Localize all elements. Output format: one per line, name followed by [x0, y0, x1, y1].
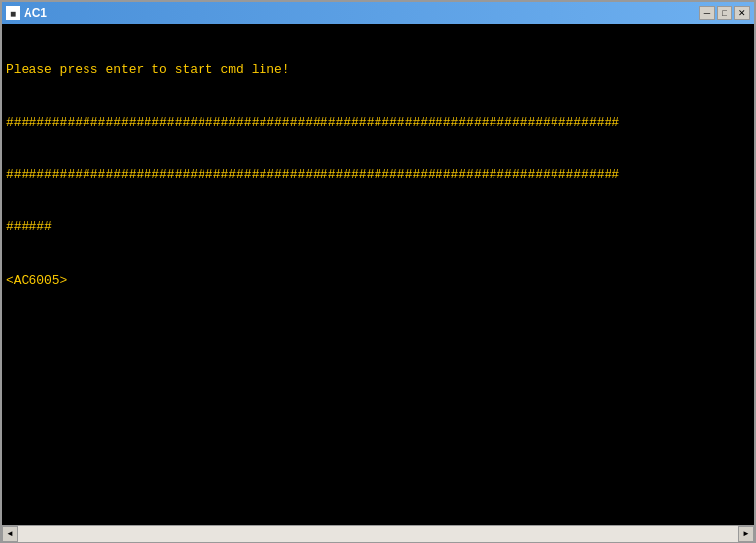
terminal-area[interactable]: Please press enter to start cmd line! ##…: [2, 24, 754, 525]
close-button[interactable]: ✕: [734, 6, 750, 20]
hash-line-3: ######: [6, 219, 750, 236]
window-icon: ■: [6, 6, 20, 20]
scroll-left-button[interactable]: ◄: [2, 526, 18, 542]
hash-line-2: ########################################…: [6, 167, 750, 184]
title-bar-controls: ─ □ ✕: [699, 6, 750, 20]
terminal-content: Please press enter to start cmd line! ##…: [2, 24, 754, 328]
hash-line-1: ########################################…: [6, 115, 750, 132]
scrollbar-track[interactable]: [18, 526, 738, 542]
title-bar: ■ AC1 ─ □ ✕: [2, 2, 754, 24]
minimize-button[interactable]: ─: [699, 6, 715, 20]
main-window: ■ AC1 ─ □ ✕ Please press enter to start …: [0, 0, 756, 543]
maximize-button[interactable]: □: [717, 6, 732, 20]
welcome-line: Please press enter to start cmd line!: [6, 61, 750, 79]
window-title: AC1: [24, 6, 47, 20]
prompt-line: <AC6005>: [6, 272, 750, 290]
scrollbar: ◄ ►: [2, 525, 754, 541]
title-bar-left: ■ AC1: [6, 6, 47, 20]
scroll-right-button[interactable]: ►: [738, 526, 754, 542]
